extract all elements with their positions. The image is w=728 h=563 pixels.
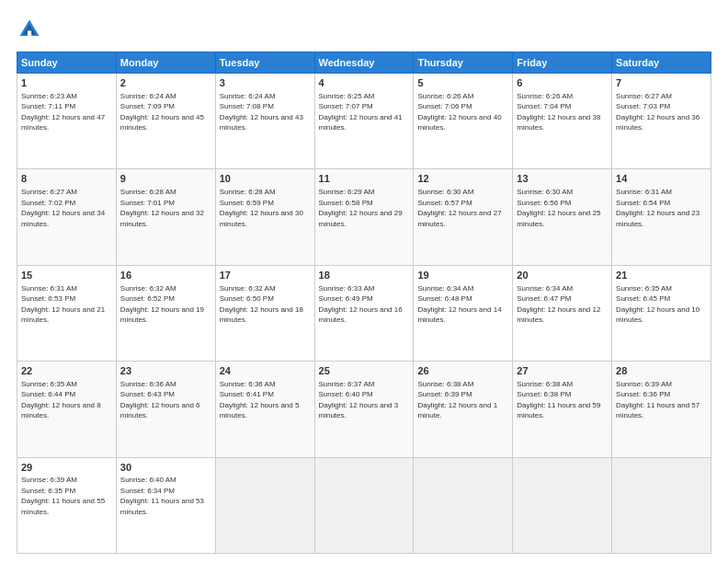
weekday-header-thursday: Thursday bbox=[414, 52, 513, 74]
calendar-week-3: 15 Sunrise: 6:31 AMSunset: 6:53 PMDaylig… bbox=[17, 265, 711, 361]
calendar-cell: 14 Sunrise: 6:31 AMSunset: 6:54 PMDaylig… bbox=[612, 169, 711, 265]
day-info: Sunrise: 6:33 AMSunset: 6:49 PMDaylight:… bbox=[319, 284, 403, 324]
day-number: 17 bbox=[220, 269, 311, 282]
calendar-cell: 18 Sunrise: 6:33 AMSunset: 6:49 PMDaylig… bbox=[314, 265, 414, 361]
day-number: 23 bbox=[120, 364, 211, 378]
day-info: Sunrise: 6:35 AMSunset: 6:45 PMDaylight:… bbox=[616, 284, 700, 324]
day-info: Sunrise: 6:32 AMSunset: 6:50 PMDaylight:… bbox=[220, 284, 303, 324]
day-info: Sunrise: 6:26 AMSunset: 7:04 PMDaylight:… bbox=[517, 92, 600, 132]
day-number: 6 bbox=[517, 76, 608, 90]
calendar-week-1: 1 Sunrise: 6:23 AMSunset: 7:11 PMDayligh… bbox=[17, 74, 711, 169]
day-info: Sunrise: 6:37 AMSunset: 6:40 PMDaylight:… bbox=[319, 380, 399, 419]
day-info: Sunrise: 6:39 AMSunset: 6:36 PMDaylight:… bbox=[616, 380, 700, 419]
calendar-cell: 1 Sunrise: 6:23 AMSunset: 7:11 PMDayligh… bbox=[17, 74, 117, 169]
day-info: Sunrise: 6:26 AMSunset: 7:06 PMDaylight:… bbox=[417, 92, 501, 132]
day-info: Sunrise: 6:32 AMSunset: 6:52 PMDaylight:… bbox=[120, 284, 204, 324]
weekday-header-tuesday: Tuesday bbox=[215, 52, 314, 74]
header bbox=[17, 17, 711, 42]
calendar-cell: 27 Sunrise: 6:38 AMSunset: 6:38 PMDaylig… bbox=[513, 362, 612, 457]
day-info: Sunrise: 6:34 AMSunset: 6:47 PMDaylight:… bbox=[517, 284, 600, 324]
day-number: 15 bbox=[21, 269, 112, 282]
calendar-cell: 23 Sunrise: 6:36 AMSunset: 6:43 PMDaylig… bbox=[116, 362, 215, 457]
day-info: Sunrise: 6:30 AMSunset: 6:56 PMDaylight:… bbox=[517, 188, 600, 227]
day-number: 19 bbox=[417, 269, 508, 282]
day-number: 9 bbox=[120, 172, 211, 186]
calendar-cell: 5 Sunrise: 6:26 AMSunset: 7:06 PMDayligh… bbox=[414, 74, 513, 169]
day-number: 1 bbox=[21, 76, 112, 90]
day-number: 20 bbox=[517, 269, 608, 282]
day-number: 16 bbox=[120, 269, 211, 282]
day-number: 27 bbox=[517, 364, 608, 378]
calendar-cell: 21 Sunrise: 6:35 AMSunset: 6:45 PMDaylig… bbox=[612, 265, 711, 361]
day-info: Sunrise: 6:40 AMSunset: 6:34 PMDaylight:… bbox=[120, 476, 204, 515]
calendar-cell: 30 Sunrise: 6:40 AMSunset: 6:34 PMDaylig… bbox=[116, 457, 215, 553]
calendar-cell bbox=[314, 457, 414, 553]
day-info: Sunrise: 6:38 AMSunset: 6:39 PMDaylight:… bbox=[417, 380, 497, 419]
day-info: Sunrise: 6:28 AMSunset: 7:01 PMDaylight:… bbox=[120, 188, 204, 227]
day-info: Sunrise: 6:38 AMSunset: 6:38 PMDaylight:… bbox=[517, 380, 600, 419]
calendar-cell: 3 Sunrise: 6:24 AMSunset: 7:08 PMDayligh… bbox=[215, 74, 314, 169]
day-number: 13 bbox=[517, 172, 608, 186]
day-info: Sunrise: 6:29 AMSunset: 6:58 PMDaylight:… bbox=[319, 188, 403, 227]
calendar-week-2: 8 Sunrise: 6:27 AMSunset: 7:02 PMDayligh… bbox=[17, 169, 711, 265]
calendar-cell bbox=[215, 457, 314, 553]
day-number: 5 bbox=[417, 76, 508, 90]
calendar-cell: 24 Sunrise: 6:36 AMSunset: 6:41 PMDaylig… bbox=[215, 362, 314, 457]
weekday-header-saturday: Saturday bbox=[612, 52, 711, 74]
day-number: 18 bbox=[319, 269, 410, 282]
calendar-cell: 9 Sunrise: 6:28 AMSunset: 7:01 PMDayligh… bbox=[116, 169, 215, 265]
day-info: Sunrise: 6:31 AMSunset: 6:54 PMDaylight:… bbox=[616, 188, 700, 227]
calendar-cell: 22 Sunrise: 6:35 AMSunset: 6:44 PMDaylig… bbox=[17, 362, 117, 457]
calendar-cell: 4 Sunrise: 6:25 AMSunset: 7:07 PMDayligh… bbox=[314, 74, 414, 169]
page: SundayMondayTuesdayWednesdayThursdayFrid… bbox=[0, 0, 728, 563]
day-info: Sunrise: 6:30 AMSunset: 6:57 PMDaylight:… bbox=[417, 188, 501, 227]
day-number: 7 bbox=[616, 76, 707, 90]
calendar-cell: 15 Sunrise: 6:31 AMSunset: 6:53 PMDaylig… bbox=[17, 265, 117, 361]
day-info: Sunrise: 6:24 AMSunset: 7:08 PMDaylight:… bbox=[220, 92, 303, 132]
logo-icon bbox=[17, 17, 42, 42]
weekday-header-wednesday: Wednesday bbox=[314, 52, 414, 74]
calendar-cell bbox=[612, 457, 711, 553]
weekday-header-monday: Monday bbox=[116, 52, 215, 74]
day-number: 3 bbox=[220, 76, 311, 90]
calendar-cell: 8 Sunrise: 6:27 AMSunset: 7:02 PMDayligh… bbox=[17, 169, 117, 265]
day-number: 8 bbox=[21, 172, 112, 186]
day-number: 26 bbox=[417, 364, 508, 378]
calendar: SundayMondayTuesdayWednesdayThursdayFrid… bbox=[17, 52, 711, 554]
day-info: Sunrise: 6:36 AMSunset: 6:43 PMDaylight:… bbox=[120, 380, 200, 419]
calendar-cell: 12 Sunrise: 6:30 AMSunset: 6:57 PMDaylig… bbox=[414, 169, 513, 265]
calendar-week-4: 22 Sunrise: 6:35 AMSunset: 6:44 PMDaylig… bbox=[17, 362, 711, 457]
day-number: 29 bbox=[21, 461, 112, 475]
day-number: 11 bbox=[319, 172, 410, 186]
weekday-header-sunday: Sunday bbox=[17, 52, 117, 74]
day-info: Sunrise: 6:27 AMSunset: 7:03 PMDaylight:… bbox=[616, 92, 700, 132]
day-info: Sunrise: 6:39 AMSunset: 6:35 PMDaylight:… bbox=[21, 476, 105, 515]
calendar-cell: 13 Sunrise: 6:30 AMSunset: 6:56 PMDaylig… bbox=[513, 169, 612, 265]
day-info: Sunrise: 6:35 AMSunset: 6:44 PMDaylight:… bbox=[21, 380, 101, 419]
day-info: Sunrise: 6:24 AMSunset: 7:09 PMDaylight:… bbox=[120, 92, 204, 132]
weekday-header-friday: Friday bbox=[513, 52, 612, 74]
day-number: 22 bbox=[21, 364, 112, 378]
logo bbox=[17, 17, 46, 42]
day-info: Sunrise: 6:27 AMSunset: 7:02 PMDaylight:… bbox=[21, 188, 105, 227]
calendar-cell: 7 Sunrise: 6:27 AMSunset: 7:03 PMDayligh… bbox=[612, 74, 711, 169]
day-number: 28 bbox=[616, 364, 707, 378]
day-info: Sunrise: 6:28 AMSunset: 6:59 PMDaylight:… bbox=[220, 188, 303, 227]
day-info: Sunrise: 6:23 AMSunset: 7:11 PMDaylight:… bbox=[21, 92, 105, 132]
calendar-cell bbox=[513, 457, 612, 553]
calendar-cell: 19 Sunrise: 6:34 AMSunset: 6:48 PMDaylig… bbox=[414, 265, 513, 361]
calendar-cell: 2 Sunrise: 6:24 AMSunset: 7:09 PMDayligh… bbox=[116, 74, 215, 169]
day-number: 2 bbox=[120, 76, 211, 90]
day-info: Sunrise: 6:31 AMSunset: 6:53 PMDaylight:… bbox=[21, 284, 105, 324]
day-info: Sunrise: 6:25 AMSunset: 7:07 PMDaylight:… bbox=[319, 92, 403, 132]
calendar-cell: 25 Sunrise: 6:37 AMSunset: 6:40 PMDaylig… bbox=[314, 362, 414, 457]
calendar-cell: 17 Sunrise: 6:32 AMSunset: 6:50 PMDaylig… bbox=[215, 265, 314, 361]
day-number: 25 bbox=[319, 364, 410, 378]
calendar-header-row: SundayMondayTuesdayWednesdayThursdayFrid… bbox=[17, 52, 711, 74]
calendar-cell: 16 Sunrise: 6:32 AMSunset: 6:52 PMDaylig… bbox=[116, 265, 215, 361]
calendar-cell: 10 Sunrise: 6:28 AMSunset: 6:59 PMDaylig… bbox=[215, 169, 314, 265]
day-info: Sunrise: 6:34 AMSunset: 6:48 PMDaylight:… bbox=[417, 284, 501, 324]
calendar-cell: 20 Sunrise: 6:34 AMSunset: 6:47 PMDaylig… bbox=[513, 265, 612, 361]
day-number: 4 bbox=[319, 76, 410, 90]
calendar-cell: 29 Sunrise: 6:39 AMSunset: 6:35 PMDaylig… bbox=[17, 457, 117, 553]
